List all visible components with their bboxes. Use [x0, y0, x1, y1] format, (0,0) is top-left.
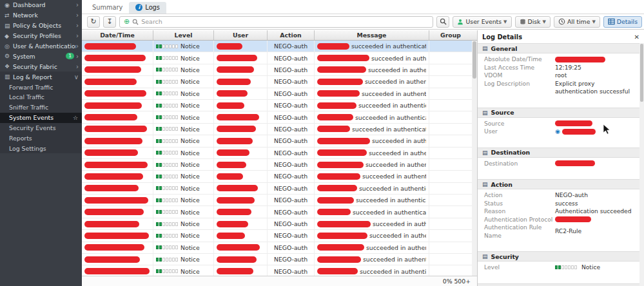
cell-datetime [82, 76, 153, 87]
section-header[interactable]: ▤ Event [478, 283, 639, 286]
table-row[interactable]: Notice NEGO-auth succeeded in authentica… [82, 76, 472, 88]
refresh-button[interactable]: ↻ [87, 16, 100, 28]
details-section: ▤ Event [478, 283, 639, 286]
table-row[interactable]: Notice NEGO-auth succeeded in authentica… [82, 111, 472, 123]
table-row[interactable]: Notice NEGO-auth succeeded in authentica… [82, 41, 472, 52]
sidebar-item-security-fabric[interactable]: ❖ Security Fabric › [0, 61, 82, 72]
cell-user [214, 111, 268, 122]
table-row[interactable]: Notice NEGO-auth succeeded in authentica… [82, 88, 472, 100]
table-row[interactable]: Notice NEGO-auth succeeded in authentica… [82, 195, 472, 206]
cell-datetime [82, 52, 153, 63]
redaction [217, 185, 258, 191]
table-row[interactable]: Notice NEGO-auth succeeded in authentica… [82, 242, 472, 254]
redaction [84, 256, 140, 263]
table-row[interactable]: Notice NEGO-auth succeeded in authentica… [82, 230, 472, 242]
sidebar-item-system-events[interactable]: System Events ☆ [0, 113, 82, 123]
table-row[interactable]: Notice NEGO-auth succeeded in authentica… [82, 52, 472, 64]
message-text: succeeded in authentication [368, 66, 426, 73]
sidebar-item-network[interactable]: ⇄ Network › [0, 10, 82, 21]
chevron-down-icon: ▼ [503, 19, 507, 24]
user-events-dropdown[interactable]: User Events ▼ [453, 16, 511, 28]
section-header[interactable]: ▤ General [478, 43, 639, 53]
redaction [84, 221, 139, 227]
tab-summary[interactable]: Summary [86, 2, 129, 14]
action-text: NEGO-auth [274, 220, 307, 227]
tab-logs[interactable]: i Logs [129, 2, 166, 14]
table-row[interactable]: Notice NEGO-auth succeeded in authentica… [82, 159, 472, 171]
redaction [84, 90, 146, 97]
column-header-user[interactable]: User [214, 30, 268, 40]
system-badge: 1 [66, 53, 74, 59]
table-row[interactable]: Notice NEGO-auth succeeded in authentica… [82, 124, 472, 135]
table-row[interactable]: Notice NEGO-auth succeeded in authentica… [82, 135, 472, 147]
section-header[interactable]: ▤ Source [478, 108, 639, 118]
table-row[interactable]: Notice NEGO-auth succeeded in authentica… [82, 183, 472, 195]
cell-message: succeeded in authentication [315, 41, 429, 52]
user-icon [457, 19, 463, 25]
table-row[interactable]: Notice NEGO-auth succeeded in authentica… [82, 265, 472, 276]
main-area: Summary i Logs ↻ ↧ ⊕ Search User Events … [82, 0, 644, 286]
field-label: Level [484, 263, 555, 272]
download-button[interactable]: ↧ [103, 16, 116, 28]
close-icon[interactable]: ✕ [634, 33, 639, 41]
cell-user [214, 218, 268, 229]
time-range-dropdown[interactable]: All time ▼ [554, 16, 600, 28]
sidebar-item-system[interactable]: ⚙ System 1 › [0, 51, 82, 61]
cell-message: succeeded in authentication [315, 242, 429, 253]
field-label: Authentication Rule Name [484, 224, 555, 240]
scrollbar-thumb[interactable] [473, 41, 476, 79]
redaction [84, 197, 148, 204]
section-header[interactable]: ▤ Destination [478, 148, 639, 158]
sidebar-item-policy-objects[interactable]: ▤ Policy & Objects › [0, 21, 82, 31]
column-header-action[interactable]: Action [268, 30, 315, 40]
level-bars-icon [156, 68, 178, 72]
table-row[interactable]: Notice NEGO-auth succeeded in authentica… [82, 171, 472, 182]
column-header-datetime[interactable]: Date/Time [82, 30, 153, 40]
table-row[interactable]: Notice NEGO-auth succeeded in authentica… [82, 64, 472, 76]
table-row[interactable]: Notice NEGO-auth succeeded in authentica… [82, 100, 472, 111]
level-text: Notice [181, 149, 200, 157]
column-header-level[interactable]: Level [153, 30, 214, 40]
sidebar-item-reports[interactable]: Reports [0, 133, 82, 144]
disk-dropdown[interactable]: Disk ▼ [515, 16, 551, 28]
sidebar-item-dashboard[interactable]: ◉ Dashboard › [0, 0, 82, 10]
cell-datetime [82, 230, 153, 241]
level-bars-icon [156, 198, 178, 202]
favorite-star-icon[interactable]: ☆ [73, 115, 78, 121]
sidebar-item-user-authentication[interactable]: ◎ User & Authentication › [0, 41, 82, 52]
table-row[interactable]: Notice NEGO-auth succeeded in authentica… [82, 148, 472, 159]
sidebar-item-security-profiles[interactable]: ◆ Security Profiles › [0, 31, 82, 41]
add-filter-icon[interactable]: ⊕ [124, 17, 130, 26]
table-scrollbar[interactable] [472, 41, 477, 276]
sidebar-item-log-report[interactable]: ▥ Log & Report ∨ [0, 72, 82, 82]
section-header[interactable]: ▤ Action [478, 179, 639, 189]
sidebar-item-sniffer-traffic[interactable]: Sniffer Traffic [0, 102, 82, 113]
section-title: Source [491, 109, 514, 116]
level-bars-icon [156, 91, 178, 95]
section-header[interactable]: ▤ Security [478, 251, 639, 262]
details-scrollbar[interactable] [639, 43, 644, 286]
details-toggle-button[interactable]: Details [603, 16, 642, 28]
cell-action: NEGO-auth [268, 88, 315, 99]
table-row[interactable]: Notice NEGO-auth succeeded in authentica… [82, 254, 472, 265]
cell-level: Notice [153, 206, 214, 217]
action-text: NEGO-auth [274, 66, 307, 73]
sidebar-item-local-traffic[interactable]: Local Traffic [0, 92, 82, 102]
column-header-group[interactable]: Group [429, 30, 472, 40]
cell-action: NEGO-auth [268, 195, 315, 205]
table-row[interactable]: Notice NEGO-auth succeeded in authentica… [82, 218, 472, 230]
column-header-message[interactable]: Message [315, 30, 429, 40]
network-icon: ⇄ [5, 12, 13, 19]
search-logs-button[interactable] [436, 16, 449, 28]
cell-message: succeeded in authentication [315, 111, 429, 122]
level-text: Notice [181, 173, 200, 180]
search-input[interactable]: ⊕ Search [119, 16, 433, 28]
sidebar-item-forward-traffic[interactable]: Forward Traffic [0, 82, 82, 92]
sidebar-item-log-settings[interactable]: Log Settings [0, 143, 82, 153]
sidebar-item-security-events[interactable]: Security Events [0, 123, 82, 133]
redaction [217, 197, 255, 204]
field-value [555, 55, 639, 64]
table-row[interactable]: Notice NEGO-auth succeeded in authentica… [82, 206, 472, 218]
scrollbar-thumb[interactable] [640, 44, 643, 102]
cell-action: NEGO-auth [268, 64, 315, 75]
